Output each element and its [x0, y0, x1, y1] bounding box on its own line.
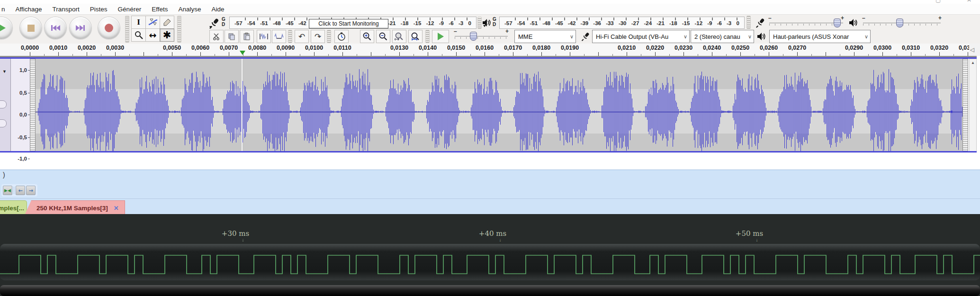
track-control-panel[interactable]: ▼ [0, 59, 11, 151]
timeline-ruler[interactable]: 0,00000,00100,00200,00300,00500,00600,00… [0, 44, 969, 57]
maximize-button[interactable]: ▢ [935, 0, 941, 3]
meter-db-label: -45 [286, 20, 294, 27]
draw-tool[interactable] [160, 16, 174, 29]
record-meter-mic-icon[interactable] [208, 18, 220, 29]
channels-select[interactable]: 2 (Stereo) canau ∨ [691, 30, 754, 43]
track-right-grabber[interactable] [962, 59, 968, 151]
zoom-fit-icon [411, 32, 420, 41]
skip-start-button[interactable] [45, 17, 66, 39]
menu-item-pistes[interactable]: Pistes [85, 6, 113, 13]
meter-db-label: -6 [449, 20, 453, 27]
ruler-tick-major [58, 52, 59, 56]
ruler-tick-major [541, 52, 542, 56]
timeline-label: 0,0050 [163, 45, 181, 51]
play-at-speed-button[interactable] [432, 30, 449, 43]
edit-toolbar-grabber[interactable] [288, 30, 292, 43]
playback-meter-speaker-icon[interactable] [482, 18, 492, 27]
zoom-out-button[interactable] [376, 30, 390, 43]
trim-audio-button[interactable] [257, 30, 271, 43]
play-button[interactable] [0, 17, 12, 39]
vertical-scale-ruler[interactable]: 1,00,50,0-0,5-1,0 [11, 59, 30, 151]
selection-tool[interactable]: I [131, 16, 146, 29]
stop-button[interactable] [20, 17, 42, 39]
copy-button[interactable] [225, 30, 239, 43]
cut-button[interactable] [209, 30, 224, 43]
play-speed-slider[interactable]: – + [454, 30, 509, 41]
tab-close-icon[interactable]: ✕ [114, 205, 119, 212]
zoom-fit-button[interactable] [408, 30, 423, 43]
track-menu-icon[interactable]: ▼ [2, 69, 7, 74]
playhead-marker[interactable] [240, 51, 245, 55]
track-area: ▼ 1,00,50,0-0,5-1,0 ▲ [0, 56, 980, 152]
zoom-fit-button[interactable]: ▶◀ [3, 186, 12, 195]
waveform-region[interactable] [36, 59, 962, 151]
mute-button-partial[interactable] [0, 100, 7, 108]
paste-button[interactable] [240, 30, 254, 43]
vertical-scrollbar[interactable]: ▲ [969, 59, 977, 152]
undo-button[interactable]: ↶ [295, 30, 309, 43]
timeshift-tool[interactable]: ↔ [145, 28, 160, 42]
recording-device-select[interactable]: Hi-Fi Cable Output (VB-Au ∨ [592, 30, 690, 43]
close-button[interactable]: ✕ [967, 0, 971, 3]
scroll-up-icon[interactable]: ▲ [971, 61, 975, 65]
fit-icon: ▶◀ [4, 188, 11, 193]
playback-device-select[interactable]: Haut-parleurs (ASUS Xonar ∨ [769, 30, 871, 43]
timeline-label: 0,0090 [277, 45, 295, 51]
timeline-label: 0,0310 [902, 45, 920, 51]
tools-toolbar-grabber[interactable] [125, 16, 129, 43]
silence-audio-button[interactable] [272, 30, 286, 43]
ruler-tick-major [144, 52, 144, 56]
menu-item-générer[interactable]: Générer [113, 6, 147, 13]
meter-db-label: -42 [298, 20, 306, 27]
zoom-selection-icon [395, 32, 404, 41]
menu-item-analyse[interactable]: Analyse [173, 6, 206, 13]
zoom-in-button[interactable] [360, 30, 374, 43]
playback-volume-thumb[interactable] [896, 18, 903, 27]
tab-250khz-samples[interactable]: 250 KHz,1M Samples[3] ✕ [25, 200, 125, 215]
record-volume-ticks [769, 24, 843, 26]
sync-toolbar-grabber[interactable] [327, 30, 331, 43]
solo-button-partial[interactable] [0, 119, 7, 127]
menu-item-effets[interactable]: Effets [146, 6, 173, 13]
envelope-tool[interactable] [145, 16, 160, 29]
timeline-scroll-left[interactable]: ◁ [969, 44, 980, 57]
zoom-selection-button[interactable] [392, 30, 406, 43]
ruler-tick-major [286, 52, 286, 56]
sync-lock-button[interactable] [334, 30, 349, 43]
envelope-icon [148, 18, 158, 26]
amplitude-label: -0,5 [18, 135, 27, 140]
menu-item-n[interactable]: n [0, 6, 10, 13]
tab-samples[interactable]: Samples[... [0, 200, 27, 215]
play-speed-min: – [454, 28, 457, 35]
record-meter-grabber[interactable] [177, 16, 181, 43]
timeline-label: 0,0060 [191, 45, 209, 51]
waveform-canvas[interactable] [36, 59, 962, 151]
audio-host-select[interactable]: MME ∨ [514, 30, 576, 43]
record-volume-slider[interactable]: – + [768, 17, 844, 28]
mixer-grabber[interactable] [746, 16, 751, 29]
meter-db-label: 0 [736, 20, 739, 27]
logic-trace-canvas[interactable] [0, 244, 980, 280]
record-button[interactable] [98, 17, 120, 39]
skip-end-button[interactable] [70, 17, 91, 39]
play-speed-thumb[interactable] [470, 32, 477, 41]
ruler-tick-major [826, 52, 826, 56]
redo-button[interactable]: ↷ [311, 30, 325, 43]
menu-item-affichage[interactable]: Affichage [10, 6, 47, 13]
multi-tool[interactable]: ✱ [160, 28, 174, 42]
menu-item-aide[interactable]: Aide [206, 6, 229, 13]
playback-meter[interactable]: -57-54-51-48-45-42-39-36-33-30-27-24-21-… [499, 17, 745, 29]
record-volume-thumb[interactable] [834, 18, 841, 27]
ruler-tick-major [655, 52, 656, 56]
next-button[interactable]: → [26, 186, 36, 195]
track-left-grabber[interactable] [30, 59, 36, 151]
menu-item-transport[interactable]: Transport [47, 6, 85, 13]
playback-meter-grabber[interactable] [477, 17, 482, 29]
trace-view[interactable]: +30 ms↓+40 ms↓+50 ms↓ [0, 214, 980, 296]
play-speed-grabber[interactable] [425, 30, 430, 43]
arrow-right-icon: → [28, 188, 33, 193]
zoom-tool[interactable] [131, 28, 146, 42]
prev-button[interactable]: ← [16, 186, 25, 195]
playback-volume-slider[interactable]: – + [862, 17, 942, 28]
timeline-label: 0,0080 [248, 45, 266, 51]
